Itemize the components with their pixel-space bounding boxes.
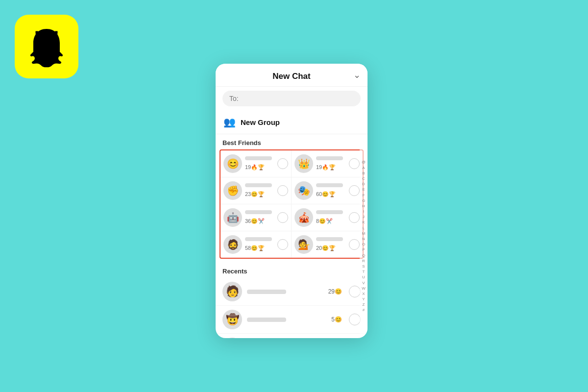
friend-score: 8😊✂️ xyxy=(316,218,333,224)
avatar: 🤖 xyxy=(223,208,242,227)
alpha-t[interactable]: T xyxy=(363,269,365,274)
alpha-u[interactable]: U xyxy=(362,274,365,280)
friend-score: 20😊🏆 xyxy=(316,245,336,251)
alpha-y[interactable]: Y xyxy=(362,296,365,302)
friend-select-circle[interactable] xyxy=(349,158,360,169)
recent-select-circle[interactable] xyxy=(349,314,361,325)
list-item[interactable]: 👑 19🔥🏆 xyxy=(292,150,363,177)
close-icon[interactable]: ⌄ xyxy=(353,70,361,80)
alpha-w[interactable]: W xyxy=(362,286,366,291)
to-input[interactable] xyxy=(222,91,361,106)
alpha-l[interactable]: L xyxy=(363,225,365,231)
friend-name-bar xyxy=(316,183,343,187)
alpha-s[interactable]: S xyxy=(362,264,365,269)
friend-score: 36😊✂️ xyxy=(245,218,265,224)
svg-rect-5 xyxy=(55,34,57,37)
friend-name-bar xyxy=(245,183,272,187)
friend-score: 19🔥🏆 xyxy=(316,164,336,170)
alpha-z[interactable]: Z xyxy=(363,302,365,307)
friend-select-circle[interactable] xyxy=(349,239,360,250)
alpha-f[interactable]: F xyxy=(363,193,365,198)
avatar: 😊 xyxy=(223,154,242,173)
friend-name-bar xyxy=(316,156,343,160)
friend-select-circle[interactable] xyxy=(277,158,288,169)
friend-score: 58😊🏆 xyxy=(245,245,265,251)
alpha-j[interactable]: J xyxy=(363,214,365,220)
list-item[interactable]: 😊 19🔥🏆 xyxy=(220,150,292,177)
list-item[interactable]: 🤖 36😊✂️ xyxy=(220,204,292,231)
avatar: 🤠 xyxy=(222,310,242,329)
friend-score: 60😊🏆 xyxy=(316,191,336,197)
avatar: 💁 xyxy=(294,235,313,254)
svg-rect-3 xyxy=(55,31,57,34)
best-friends-grid: 😊 19🔥🏆 👑 19🔥🏆 ✊ 23😊🏆 xyxy=(220,149,364,259)
alpha-hash[interactable]: # xyxy=(363,307,365,313)
recent-score: 5😊 xyxy=(331,316,342,323)
new-group-row[interactable]: 👥 New Group xyxy=(216,110,368,134)
best-friends-label: Best Friends xyxy=(216,134,368,149)
list-item[interactable]: 😶 Chat xyxy=(216,334,368,338)
recent-select-circle[interactable] xyxy=(349,286,361,297)
list-item[interactable]: ✊ 23😊🏆 xyxy=(220,177,292,204)
friend-select-circle[interactable] xyxy=(277,185,288,196)
svg-rect-2 xyxy=(52,31,54,34)
friend-name-bar xyxy=(316,237,343,241)
friend-select-circle[interactable] xyxy=(277,239,288,250)
alpha-v[interactable]: V xyxy=(362,280,365,286)
list-item[interactable]: 🎭 60😊🏆 xyxy=(292,177,363,204)
alpha-h[interactable]: H xyxy=(362,203,365,209)
friend-select-circle[interactable] xyxy=(277,212,288,223)
avatar: 😶 xyxy=(222,338,242,338)
header: New Chat ⌄ xyxy=(216,64,368,87)
new-group-icon: 👥 xyxy=(223,116,236,128)
avatar: 🎪 xyxy=(294,208,313,227)
alpha-q[interactable]: Q xyxy=(362,253,365,258)
svg-rect-4 xyxy=(36,34,38,37)
snapchat-logo xyxy=(15,15,78,78)
alpha-o[interactable]: O xyxy=(362,242,365,247)
alpha-r[interactable]: R xyxy=(362,258,365,264)
list-item[interactable]: 🎪 8😊✂️ xyxy=(292,204,363,231)
to-input-row xyxy=(216,87,368,110)
scroll-content[interactable]: Best Friends 😊 19🔥🏆 👑 19🔥🏆 ✊ xyxy=(216,134,368,338)
alpha-c[interactable]: C xyxy=(362,176,365,181)
svg-rect-1 xyxy=(39,31,41,34)
friend-select-circle[interactable] xyxy=(349,212,360,223)
alpha-p[interactable]: P xyxy=(362,247,365,252)
recent-name-bar xyxy=(247,290,286,294)
alpha-k[interactable]: K xyxy=(362,220,365,225)
alpha-g[interactable]: G xyxy=(362,198,365,203)
friend-select-circle[interactable] xyxy=(349,185,360,196)
friend-name-bar xyxy=(245,156,272,160)
svg-rect-0 xyxy=(36,31,38,34)
avatar: 👑 xyxy=(294,154,313,173)
list-item[interactable]: 🧔 58😊🏆 xyxy=(220,231,292,258)
avatar: 🧑 xyxy=(222,282,242,301)
phone-frame: New Chat ⌄ 👥 New Group Best Friends 😊 19… xyxy=(216,64,368,338)
friend-name-bar xyxy=(316,210,343,214)
recents-label: Recents xyxy=(216,263,368,278)
alpha-m[interactable]: M xyxy=(362,231,366,236)
alpha-at[interactable]: @ xyxy=(362,159,366,165)
recent-name-bar xyxy=(247,318,286,322)
friend-score: 23😊🏆 xyxy=(245,191,265,197)
list-item[interactable]: 🤠 5😊 xyxy=(216,306,368,334)
list-item[interactable]: 💁 20😊🏆 xyxy=(292,231,363,258)
recent-score: 29😊 xyxy=(328,288,342,295)
friend-score: 19🔥🏆 xyxy=(245,164,265,170)
recents-list: 🧑 29😊 🤠 5😊 xyxy=(216,278,368,338)
list-item[interactable]: 🧑 29😊 xyxy=(216,278,368,306)
header-title: New Chat xyxy=(272,72,310,81)
alpha-x[interactable]: X xyxy=(362,291,365,296)
alpha-e[interactable]: E xyxy=(362,187,365,192)
avatar: ✊ xyxy=(223,181,242,200)
alpha-b[interactable]: B xyxy=(362,171,365,176)
alpha-n[interactable]: N xyxy=(362,236,365,242)
alpha-d[interactable]: D xyxy=(362,181,365,187)
new-group-label: New Group xyxy=(241,118,280,126)
avatar: 🎭 xyxy=(294,181,313,200)
friend-name-bar xyxy=(245,210,272,214)
alpha-a[interactable]: A xyxy=(362,165,365,171)
alpha-index: @ A B C D E F G H I J K L M N O P Q R S … xyxy=(360,134,368,338)
alpha-i[interactable]: I xyxy=(363,209,364,214)
